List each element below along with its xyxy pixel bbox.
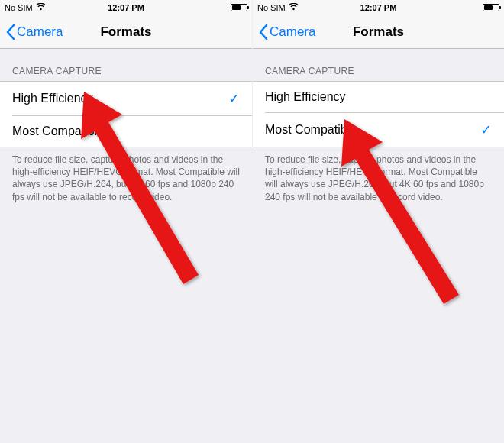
carrier-label: No SIM <box>5 3 33 12</box>
option-label: High Efficiency <box>265 90 346 104</box>
navigation-bar: Camera Formats <box>253 15 504 49</box>
options-group: High Efficiency Most Compatible ✓ <box>253 81 504 147</box>
section-header-camera-capture: CAMERA CAPTURE <box>0 49 252 81</box>
clock-label: 12:07 PM <box>86 3 166 12</box>
option-most-compatible[interactable]: Most Compatible ✓ <box>265 112 504 147</box>
page-title: Formats <box>0 24 252 40</box>
option-label: Most Compatible <box>265 123 357 137</box>
option-most-compatible[interactable]: Most Compatible <box>12 115 252 147</box>
options-group: High Efficiency ✓ Most Compatible <box>0 81 252 147</box>
option-high-efficiency[interactable]: High Efficiency ✓ <box>0 82 252 115</box>
clock-label: 12:07 PM <box>338 3 419 12</box>
section-footer-text: To reduce file size, capture photos and … <box>253 147 504 209</box>
screen-right: No SIM 12:07 PM Camera Formats CAMERA CA… <box>252 0 504 443</box>
option-high-efficiency[interactable]: High Efficiency <box>253 82 504 112</box>
checkmark-icon: ✓ <box>478 121 492 138</box>
page-title: Formats <box>253 24 504 40</box>
status-bar: No SIM 12:07 PM <box>0 0 252 15</box>
navigation-bar: Camera Formats <box>0 15 252 49</box>
checkmark-icon: ✓ <box>226 90 240 107</box>
carrier-label: No SIM <box>257 3 286 12</box>
status-bar: No SIM 12:07 PM <box>253 0 504 15</box>
section-footer-text: To reduce file size, capture photos and … <box>0 147 252 209</box>
option-label: High Efficiency <box>12 92 93 105</box>
screen-left: No SIM 12:07 PM Camera Formats CAMERA CA… <box>0 0 252 443</box>
option-label: Most Compatible <box>12 124 104 138</box>
section-header-camera-capture: CAMERA CAPTURE <box>253 49 504 81</box>
battery-icon <box>483 4 499 11</box>
wifi-icon <box>36 3 46 12</box>
wifi-icon <box>289 3 299 12</box>
battery-icon <box>231 4 247 11</box>
